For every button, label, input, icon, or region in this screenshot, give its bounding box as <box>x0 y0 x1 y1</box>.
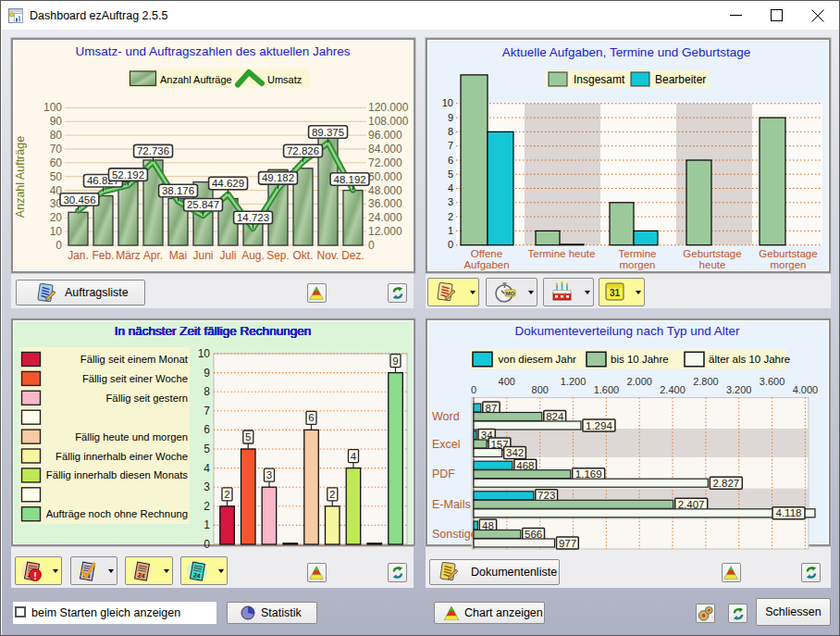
svg-text:977: 977 <box>559 538 576 549</box>
svg-text:5: 5 <box>245 431 251 443</box>
svg-text:älter als 10 Jahre: älter als 10 Jahre <box>709 354 790 365</box>
svg-text:Fällig innerhalb einer Woche: Fällig innerhalb einer Woche <box>56 451 188 462</box>
svg-text:Jan.: Jan. <box>68 249 89 262</box>
svg-text:5: 5 <box>448 168 453 180</box>
svg-text:31: 31 <box>610 288 621 298</box>
svg-text:März: März <box>116 249 141 262</box>
svg-text:72.736: 72.736 <box>137 145 169 156</box>
svg-text:84.000: 84.000 <box>368 143 402 156</box>
svg-text:108.000: 108.000 <box>368 115 409 128</box>
svg-text:9: 9 <box>448 112 453 123</box>
svg-text:2.000: 2.000 <box>626 376 652 387</box>
svg-text:8: 8 <box>204 385 210 398</box>
svg-text:Aufgaben: Aufgaben <box>463 259 509 270</box>
svg-text:4.000: 4.000 <box>793 384 819 395</box>
svg-text:800: 800 <box>532 384 549 395</box>
svg-text:60.000: 60.000 <box>368 170 402 183</box>
svg-text:Mai: Mai <box>169 249 187 262</box>
svg-text:In nächster Zeit fällige Rechn: In nächster Zeit fällige Rechnungen <box>115 324 311 338</box>
svg-text:Sonstige: Sonstige <box>432 528 477 541</box>
svg-text:44.629: 44.629 <box>212 178 244 189</box>
svg-text:Feb.: Feb. <box>92 249 114 262</box>
svg-text:bis 10 Jahre: bis 10 Jahre <box>611 354 669 365</box>
svg-text:24.000: 24.000 <box>368 211 402 224</box>
svg-text:70: 70 <box>50 143 63 156</box>
svg-text:38.176: 38.176 <box>162 185 194 196</box>
svg-text:Umsatz- und Auftragszahlen des: Umsatz- und Auftragszahlen des aktuellen… <box>75 44 350 58</box>
svg-text:Fällig seit gestern: Fällig seit gestern <box>105 393 188 404</box>
svg-text:Word: Word <box>432 410 460 423</box>
svg-text:89.375: 89.375 <box>312 127 344 138</box>
svg-text:12.000: 12.000 <box>368 225 402 238</box>
svg-text:Okt.: Okt. <box>292 249 313 262</box>
svg-text:7: 7 <box>204 405 210 418</box>
svg-text:2: 2 <box>204 500 210 513</box>
svg-text:Fällig seit einem Monat: Fällig seit einem Monat <box>80 354 189 365</box>
svg-text:!: ! <box>33 569 37 580</box>
svg-text:566: 566 <box>525 529 542 540</box>
svg-text:2.407: 2.407 <box>678 499 705 510</box>
svg-text:Juli: Juli <box>219 249 236 262</box>
svg-text:3: 3 <box>266 469 272 480</box>
svg-text:1.169: 1.169 <box>575 468 602 480</box>
svg-text:25.847: 25.847 <box>187 199 219 210</box>
svg-text:52.192: 52.192 <box>112 169 144 181</box>
svg-text:2: 2 <box>224 489 229 500</box>
svg-text:0: 0 <box>448 239 453 250</box>
svg-text:0: 0 <box>56 239 62 252</box>
svg-text:72.826: 72.826 <box>287 145 319 156</box>
svg-text:Umsatz: Umsatz <box>267 74 302 85</box>
svg-text:Anzahl Aufträge: Anzahl Aufträge <box>160 74 232 85</box>
svg-text:824: 824 <box>546 411 564 422</box>
svg-text:96.000: 96.000 <box>368 129 402 142</box>
svg-text:4: 4 <box>448 182 453 193</box>
svg-text:Fällig heute und morgen: Fällig heute und morgen <box>75 431 188 443</box>
svg-text:0: 0 <box>368 239 375 252</box>
svg-text:7: 7 <box>448 140 453 151</box>
svg-text:Aug.: Aug. <box>241 249 265 262</box>
svg-text:Geburtstage: Geburtstage <box>683 248 741 259</box>
svg-text:50: 50 <box>50 170 63 183</box>
svg-text:3.600: 3.600 <box>760 376 785 387</box>
svg-text:24: 24 <box>137 571 145 579</box>
svg-text:48.000: 48.000 <box>368 184 402 197</box>
svg-text:heute: heute <box>699 259 726 270</box>
svg-text:MO: MO <box>506 290 515 295</box>
svg-text:2.800: 2.800 <box>693 376 719 387</box>
svg-text:Aufträge noch ohne Rechnung: Aufträge noch ohne Rechnung <box>46 508 188 519</box>
svg-text:14.723: 14.723 <box>237 212 269 223</box>
svg-text:36.000: 36.000 <box>368 197 402 210</box>
svg-text:4: 4 <box>351 451 357 462</box>
svg-text:87: 87 <box>486 403 498 414</box>
svg-text:Termine heute: Termine heute <box>528 248 596 259</box>
svg-text:9: 9 <box>392 355 398 367</box>
svg-text:723: 723 <box>537 490 555 501</box>
svg-text:6: 6 <box>308 412 314 423</box>
svg-text:2.400: 2.400 <box>660 384 686 395</box>
svg-text:Termine: Termine <box>619 248 657 259</box>
svg-text:Sep.: Sep. <box>266 249 290 262</box>
svg-text:Juni: Juni <box>192 249 213 262</box>
svg-text:9: 9 <box>204 367 210 380</box>
svg-text:0: 0 <box>471 384 476 395</box>
svg-text:Excel: Excel <box>432 438 461 451</box>
svg-text:Anzahl Aufträge: Anzahl Aufträge <box>14 136 27 218</box>
svg-text:von diesem Jahr: von diesem Jahr <box>499 354 577 365</box>
svg-text:Nov.: Nov. <box>317 249 340 262</box>
svg-text:0: 0 <box>204 538 210 551</box>
svg-text:6: 6 <box>204 423 210 436</box>
svg-text:1: 1 <box>204 518 210 531</box>
svg-text:Fällig innerhalb diesen Monats: Fällig innerhalb diesen Monats <box>46 469 189 480</box>
svg-text:Geburtstage: Geburtstage <box>759 248 817 259</box>
svg-text:PDF: PDF <box>432 468 455 480</box>
svg-text:Fällig seit einer Woche: Fällig seit einer Woche <box>82 373 188 384</box>
svg-text:Bearbeiter: Bearbeiter <box>655 73 706 86</box>
svg-text:1.294: 1.294 <box>586 420 612 431</box>
svg-text:80: 80 <box>50 129 63 142</box>
svg-text:100: 100 <box>43 101 62 114</box>
svg-text:49.182: 49.182 <box>262 172 294 183</box>
svg-text:4.118: 4.118 <box>776 507 802 518</box>
svg-text:2: 2 <box>329 489 335 500</box>
svg-text:2.827: 2.827 <box>712 478 739 489</box>
svg-text:468: 468 <box>516 460 534 471</box>
